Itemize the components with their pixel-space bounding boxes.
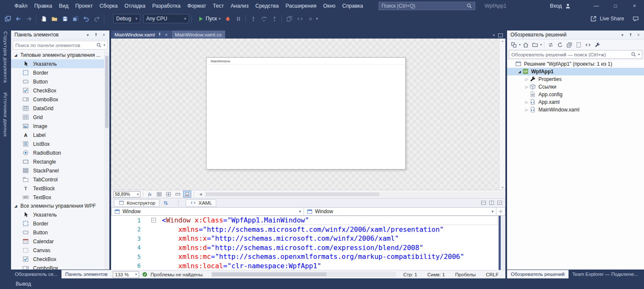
window-layout-icon[interactable] (498, 33, 503, 37)
scrollbar-thumb[interactable] (105, 56, 109, 128)
show-grid-icon[interactable] (155, 191, 163, 197)
menu-item-12[interactable]: Окно (320, 0, 339, 12)
toolbox-item[interactable]: ListBox (11, 139, 109, 148)
tree-item[interactable]: ◢C#WpfApp1 (507, 68, 644, 75)
switch-views-icon[interactable] (510, 41, 518, 49)
sign-in-button[interactable]: Вход (550, 0, 571, 12)
side-tab-0[interactable]: Структура документа (3, 27, 8, 86)
menu-item-13[interactable]: Справка (339, 0, 366, 12)
menu-item-2[interactable]: Вид (56, 0, 72, 12)
chevron-down-icon[interactable]: ▾ (491, 209, 493, 214)
save-all-icon[interactable] (70, 14, 81, 24)
expander-icon[interactable]: ◢ (517, 69, 522, 74)
code-line-3[interactable]: 3 xmlns:x="http://schemas.microsoft.com/… (111, 234, 505, 243)
toolbox-group-header-0[interactable]: ◢Типовые элементы управления ... (11, 51, 109, 59)
minimize-button[interactable]: — (587, 0, 606, 12)
expander-icon[interactable]: ▷ (524, 100, 530, 104)
toolbox-item[interactable]: Указатель (11, 210, 109, 219)
menu-item-7[interactable]: Формат (184, 0, 209, 12)
designer-vertical-scrollbar[interactable]: ▲ ▼ (499, 39, 505, 190)
side-tab-1[interactable]: Источники данных (3, 88, 8, 141)
toolbox-item[interactable]: Border (11, 68, 109, 77)
quick-actions-icon[interactable] (295, 14, 305, 24)
menu-item-8[interactable]: Тест (209, 0, 227, 12)
design-window-preview[interactable]: MainWindow (206, 57, 406, 170)
active-files-dropdown-icon[interactable]: ▾ (493, 33, 495, 37)
code-line-1[interactable]: 1−<Window x:Class="WpfApp1.MainWindow" (111, 216, 505, 225)
designer-zoom-dropdown[interactable]: 58,89% ▾ (113, 191, 140, 197)
send-feedback-icon[interactable] (630, 14, 641, 24)
collapse-all-icon[interactable] (565, 41, 574, 49)
start-debugging-button[interactable]: Пуск ▾ (197, 15, 220, 22)
close-tab-icon[interactable]: × (165, 32, 167, 37)
toolbox-item[interactable]: Calendar (11, 237, 109, 246)
designer-horizontal-scrollbar[interactable] (205, 192, 505, 197)
toolbox-group-header-1[interactable]: ◢Все элементы управления WPF (11, 202, 109, 210)
editor-horizontal-scrollbar[interactable] (211, 272, 396, 277)
toolbox-item[interactable]: Button (11, 228, 109, 237)
live-share-button[interactable]: Live Share (590, 15, 624, 22)
design-pane-tab[interactable]: Конструктор (114, 199, 159, 207)
toolbox-item[interactable]: Grid (11, 113, 109, 122)
toolbox-item[interactable]: TTextBlock (11, 184, 109, 193)
platform-dropdown[interactable]: Any CPU ▾ (143, 14, 189, 23)
swap-panes-icon[interactable] (161, 199, 170, 207)
xaml-editor[interactable]: 1−<Window x:Class="WpfApp1.MainWindow"2 … (111, 216, 505, 270)
home-icon[interactable] (521, 41, 530, 49)
snap-to-grid-icon[interactable] (164, 191, 173, 197)
window-position-icon[interactable]: ▾ (619, 32, 626, 38)
pin-icon[interactable] (157, 32, 162, 37)
pin-icon[interactable] (92, 32, 99, 38)
toolbox-item[interactable]: ComboBox (11, 264, 109, 270)
editor-vertical-scrollbar[interactable] (499, 216, 505, 270)
expander-icon[interactable]: ▷ (524, 85, 530, 89)
tree-item[interactable]: ▷App.xaml (507, 98, 644, 106)
split-horizontal-icon[interactable] (480, 200, 486, 206)
close-button[interactable]: × (625, 0, 644, 12)
menu-item-4[interactable]: Сборка (96, 0, 121, 12)
sync-with-active-document-icon[interactable] (546, 41, 555, 49)
search-icon[interactable] (466, 3, 472, 9)
toolbox-item[interactable]: abTextBox (11, 193, 109, 202)
expander-icon[interactable]: ▷ (524, 108, 530, 112)
tree-item[interactable]: ▷Ссылки (507, 83, 644, 91)
chevron-down-icon[interactable]: ▾ (316, 17, 318, 21)
ruler-icon[interactable] (174, 191, 182, 197)
health-check-icon[interactable] (142, 272, 148, 277)
document-tab[interactable]: MainWindow.xaml.cs (172, 31, 225, 39)
step-into-icon[interactable] (248, 14, 258, 24)
redo-icon[interactable] (92, 14, 102, 24)
navigate-back-icon[interactable] (13, 14, 23, 24)
toolbox-scrollbar[interactable] (104, 51, 109, 270)
toolbox-item[interactable]: Rectangle (11, 157, 109, 166)
scrollbar-thumb[interactable] (206, 192, 379, 196)
scrollbar-thumb[interactable] (212, 272, 327, 276)
toolbox-item[interactable]: Button (11, 77, 109, 86)
line-ending-indicator[interactable]: CRLF (486, 272, 499, 277)
toolbox-item[interactable]: Указатель (11, 59, 109, 68)
window-position-icon[interactable]: ▾ (84, 32, 91, 38)
scroll-down-icon[interactable]: ▼ (499, 186, 505, 189)
navigate-forward-icon[interactable] (24, 14, 34, 24)
find-in-files-icon[interactable] (284, 14, 294, 24)
menu-item-0[interactable]: Файл (11, 0, 31, 12)
toolbox-item[interactable]: RadioButton (11, 148, 109, 157)
code-line-6[interactable]: 6 xmlns:local="clr-namespace:WpfApp1" (111, 261, 505, 270)
caret-line-indicator[interactable]: Стр: 1 (403, 272, 417, 277)
chevron-down-icon[interactable]: ▾ (540, 43, 542, 47)
panel-tab-1[interactable]: Панель элементов (61, 270, 112, 278)
scroll-up-icon[interactable]: ▲ (499, 39, 505, 42)
snap-to-snaplines-icon[interactable] (183, 191, 191, 197)
fold-collapse-icon[interactable]: − (145, 218, 162, 222)
step-over-icon[interactable] (259, 14, 269, 24)
pan-grip-icon[interactable] (496, 208, 505, 215)
close-icon[interactable]: × (100, 32, 107, 38)
toolbox-item[interactable]: DataGrid (11, 104, 109, 113)
step-out-icon[interactable] (269, 14, 279, 24)
toolbox-item[interactable]: ComboBox (11, 95, 109, 104)
breadcrumb-element-dropdown[interactable]: Window ▾ (112, 208, 304, 215)
toolbox-item[interactable]: CheckBox (11, 255, 109, 264)
refresh-icon[interactable] (556, 41, 564, 49)
chevron-down-icon[interactable]: ▾ (103, 43, 105, 47)
save-icon[interactable] (60, 14, 70, 24)
